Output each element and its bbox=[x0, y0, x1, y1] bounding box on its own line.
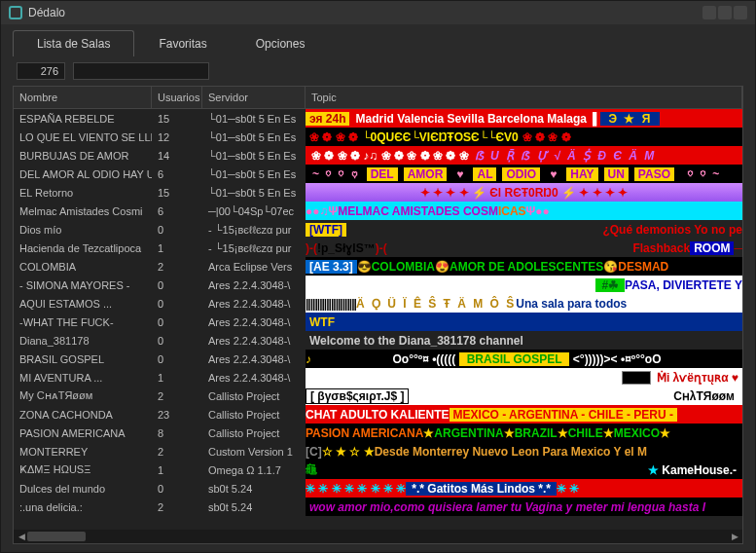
tab-bar: Lista de Salas Favoritas Opciones bbox=[1, 24, 755, 56]
table-row[interactable]: MI AVENTURA ...1Ares 2.2.4.3048-\Ṁi λѵёղ… bbox=[14, 368, 742, 387]
cell-servidor: └01─sb0t 5 En Es bbox=[202, 165, 306, 183]
table-row[interactable]: ZONA CACHONDA23Callisto Project CHAT ADU… bbox=[14, 405, 742, 424]
table-row[interactable]: COLOMBIA2Arca Eclipse Vers[AE 3.3] 😎 COL… bbox=[14, 257, 742, 276]
table-row[interactable]: Diana_3811780Ares 2.2.4.3048-\Welcome to… bbox=[14, 331, 742, 350]
cell-usuarios: 15 bbox=[152, 109, 202, 128]
horizontal-scrollbar[interactable]: ◀ ▶ bbox=[14, 530, 742, 543]
table-row[interactable]: :.una delicia.:2sb0t 5.24wow amor mio,co… bbox=[14, 498, 742, 516]
table-row[interactable]: Dulces del mundo0sb0t 5.24✳ ✳ ✳ ✳ ✳ ✳ ✳ … bbox=[14, 479, 742, 498]
count-input[interactable] bbox=[17, 62, 65, 80]
cell-servidor: sb0t 5.24 bbox=[202, 498, 306, 516]
cell-servidor: └01─sb0t 5 En Es bbox=[202, 109, 306, 128]
table-row[interactable]: MONTERREY2Custom Version 1[C] ☆ ★ ☆ ★ De… bbox=[14, 442, 742, 461]
cell-usuarios: 14 bbox=[152, 146, 202, 165]
cell-nombre: My CʜᴀTЯøøм bbox=[14, 387, 152, 405]
cell-usuarios: 2 bbox=[152, 498, 202, 516]
cell-nombre: COLOMBIA bbox=[14, 257, 152, 276]
tab-favoritas[interactable]: Favoritas bbox=[134, 30, 231, 56]
cell-servidor: Omega Ω 1.1.7 bbox=[202, 461, 306, 479]
cell-usuarios: 2 bbox=[152, 257, 202, 276]
scroll-left-icon[interactable]: ◀ bbox=[16, 531, 27, 542]
table-row[interactable]: DEL AMOR AL ODIO HAY U6└01─sb0t 5 En Es~… bbox=[14, 165, 742, 183]
cell-nombre: Melmac Amistades Cosmi bbox=[14, 202, 152, 220]
cell-nombre: ESPAÑA REBELDE bbox=[14, 109, 152, 128]
cell-servidor: Ares 2.2.4.3048-\ bbox=[202, 331, 306, 350]
close-button[interactable] bbox=[734, 6, 747, 19]
cell-nombre: Dios mío bbox=[14, 220, 152, 239]
cell-nombre: ҜΔMΞ HΩUSΞ bbox=[14, 461, 152, 479]
table-row[interactable]: - SIMONA MAYORES -0Ares 2.2.4.3048-\#☘ P… bbox=[14, 276, 742, 294]
cell-nombre: Diana_381178 bbox=[14, 331, 152, 350]
search-input[interactable] bbox=[73, 62, 209, 80]
cell-servidor: Ares 2.2.4.3048-\ bbox=[202, 276, 306, 294]
col-nombre[interactable]: Nombre bbox=[14, 87, 152, 108]
cell-nombre: AQUI ESTAMOS ... bbox=[14, 294, 152, 313]
table-body[interactable]: ESPAÑA REBELDE15└01─sb0t 5 En Esэя 24hMa… bbox=[14, 109, 742, 530]
cell-nombre: PASION AMERICANA bbox=[14, 424, 152, 442]
cell-nombre: Hacienda de Tezcatlipoca bbox=[14, 239, 152, 257]
cell-usuarios: 1 bbox=[152, 239, 202, 257]
cell-servidor: Arca Eclipse Vers bbox=[202, 257, 306, 276]
table-row[interactable]: EL Retorno15└01─sb0t 5 En Es✦ ✦ ✦ ✦ ⚡ Єl… bbox=[14, 183, 742, 202]
cell-nombre: MI AVENTURA ... bbox=[14, 368, 152, 387]
cell-usuarios: 2 bbox=[152, 442, 202, 461]
table-row[interactable]: ҜΔMΞ HΩUSΞ1Omega Ω 1.1.7龜★ KameHouse.- bbox=[14, 461, 742, 479]
cell-nombre: BRASIL GOSPEL bbox=[14, 350, 152, 368]
cell-nombre: EL Retorno bbox=[14, 183, 152, 202]
table-row[interactable]: AQUI ESTAMOS ...0Ares 2.2.4.3048-\||||||… bbox=[14, 294, 742, 313]
table-row[interactable]: Dios mío0- └15¡вєℓℓєzα pur[WTF]¿Qué demo… bbox=[14, 220, 742, 239]
cell-usuarios: 12 bbox=[152, 128, 202, 146]
tab-opciones[interactable]: Opciones bbox=[232, 30, 330, 56]
cell-usuarios: 0 bbox=[152, 350, 202, 368]
app-window: Dédalo Lista de Salas Favoritas Opciones… bbox=[0, 0, 756, 553]
cell-servidor: Callisto Project bbox=[202, 387, 306, 405]
window-title: Dédalo bbox=[28, 6, 65, 19]
table-row[interactable]: -WHAT THE FUCK-0Ares 2.2.4.3048-\WTF bbox=[14, 313, 742, 331]
cell-usuarios: 2 bbox=[152, 387, 202, 405]
rooms-table: Nombre Usuarios Servidor Topic ESPAÑA RE… bbox=[13, 86, 743, 544]
cell-nombre: ZONA CACHONDA bbox=[14, 405, 152, 424]
table-row[interactable]: Melmac Amistades Cosmi6─|00└04Sp└07ec●●♫… bbox=[14, 202, 742, 220]
cell-usuarios: 1 bbox=[152, 461, 202, 479]
table-row[interactable]: BRASIL GOSPEL0Ares 2.2.4.3048-\♪Oo°°º¤ •… bbox=[14, 350, 742, 368]
maximize-button[interactable] bbox=[718, 6, 732, 19]
scroll-thumb[interactable] bbox=[27, 532, 86, 541]
cell-nombre: BURBUJAS DE AMOR bbox=[14, 146, 152, 165]
cell-nombre: -WHAT THE FUCK- bbox=[14, 313, 152, 331]
controls-row bbox=[1, 56, 755, 86]
minimize-button[interactable] bbox=[702, 6, 716, 19]
cell-servidor: Callisto Project bbox=[202, 424, 306, 442]
cell-servidor: └01─sb0t 5 En Es bbox=[202, 146, 306, 165]
table-row[interactable]: ESPAÑA REBELDE15└01─sb0t 5 En Esэя 24hMa… bbox=[14, 109, 742, 128]
scroll-right-icon[interactable]: ▶ bbox=[729, 531, 740, 542]
cell-nombre: LO QUE EL VIENTO SE LLE bbox=[14, 128, 152, 146]
cell-usuarios: 0 bbox=[152, 331, 202, 350]
cell-usuarios: 15 bbox=[152, 183, 202, 202]
cell-usuarios: 0 bbox=[152, 220, 202, 239]
cell-servidor: Custom Version 1 bbox=[202, 442, 306, 461]
table-row[interactable]: PASION AMERICANA8Callisto Project PASION… bbox=[14, 424, 742, 442]
cell-servidor: - └15¡вєℓℓєzα pur bbox=[202, 239, 306, 257]
cell-nombre: MONTERREY bbox=[14, 442, 152, 461]
cell-nombre: DEL AMOR AL ODIO HAY U bbox=[14, 165, 152, 183]
cell-usuarios: 6 bbox=[152, 202, 202, 220]
cell-servidor: Ares 2.2.4.3048-\ bbox=[202, 313, 306, 331]
table-row[interactable]: My CʜᴀTЯøøм2Callisto Project[ βγσв$ςяιρт… bbox=[14, 387, 742, 405]
titlebar[interactable]: Dédalo bbox=[1, 1, 755, 24]
tab-lista-salas[interactable]: Lista de Salas bbox=[13, 30, 134, 56]
col-topic[interactable]: Topic bbox=[306, 87, 742, 108]
col-usuarios[interactable]: Usuarios bbox=[152, 87, 202, 108]
cell-servidor: └01─sb0t 5 En Es bbox=[202, 183, 306, 202]
table-row[interactable]: LO QUE EL VIENTO SE LLE12└01─sb0t 5 En E… bbox=[14, 128, 742, 146]
cell-servidor: Ares 2.2.4.3048-\ bbox=[202, 294, 306, 313]
cell-servidor: - └15¡вєℓℓєzα pur bbox=[202, 220, 306, 239]
cell-nombre: - SIMONA MAYORES - bbox=[14, 276, 152, 294]
table-row[interactable]: BURBUJAS DE AMOR14└01─sb0t 5 En Es❀ ❁ ❀ … bbox=[14, 146, 742, 165]
app-icon bbox=[9, 6, 22, 19]
cell-usuarios: 0 bbox=[152, 479, 202, 498]
table-row[interactable]: Hacienda de Tezcatlipoca1- └15¡вєℓℓєzα p… bbox=[14, 239, 742, 257]
col-servidor[interactable]: Servidor bbox=[202, 87, 306, 108]
cell-servidor: ─|00└04Sp└07ec bbox=[202, 202, 306, 220]
cell-usuarios: 6 bbox=[152, 165, 202, 183]
cell-usuarios: 0 bbox=[152, 276, 202, 294]
